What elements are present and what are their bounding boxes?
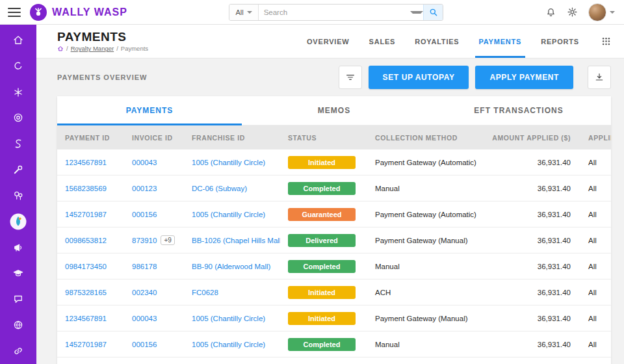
invoice-id-link[interactable]: 986178 (132, 263, 157, 270)
nav-tab-payments[interactable]: PAYMENTS (479, 25, 522, 58)
table-row[interactable]: 9875328165 002340 FC0628 Initiated ACH 3… (57, 280, 611, 306)
wasp-logo[interactable] (30, 4, 47, 21)
table-row[interactable]: 1234567891 000043 1005 (Chantilly Circle… (57, 306, 611, 332)
payment-id-link[interactable]: 1234567891 (65, 315, 107, 322)
status-badge: Guaranteed (288, 208, 356, 221)
franchise-id-link[interactable]: DC-06 (Subway) (192, 185, 247, 192)
nav-tab-reports[interactable]: REPORTS (541, 25, 579, 58)
grid-icon (601, 36, 611, 46)
sidebar-item-messages[interactable] (5, 286, 31, 312)
sidebar-item-sales[interactable] (5, 53, 31, 79)
sidebar-item-home[interactable] (5, 27, 31, 53)
payments-card: PAYMENTS MEMOS EFT TRANSACTIONS PAYMENT … (57, 96, 611, 364)
sidebar-item-settings[interactable] (5, 79, 31, 105)
tab-payments[interactable]: PAYMENTS (57, 96, 242, 125)
franchise-id-link[interactable]: 1005 (Chantilly Circle) (192, 211, 265, 218)
payment-id-link[interactable]: 1234567891 (65, 159, 107, 166)
avatar (588, 3, 606, 21)
col-applied[interactable]: APPLIED (580, 134, 611, 142)
table-header: PAYMENT ID INVOICE ID FRANCHISE ID STATU… (57, 125, 611, 150)
col-invoice-id[interactable]: INVOICE ID (124, 134, 184, 142)
tab-eft-transactions[interactable]: EFT TRANSACTIONS (426, 96, 611, 125)
search-button[interactable] (423, 5, 443, 20)
nav-tab-royalties[interactable]: ROYALTIES (415, 25, 459, 58)
col-payment-id[interactable]: PAYMENT ID (57, 134, 124, 142)
sidebar-item-training[interactable] (5, 261, 31, 287)
franchise-id-link[interactable]: BB-1026 (Chapel Hills Mall) (192, 237, 280, 244)
payment-id-link[interactable]: 1568238569 (65, 185, 107, 192)
nav-tab-overview[interactable]: OVERVIEW (307, 25, 350, 58)
search-input[interactable] (259, 8, 411, 16)
table-row[interactable]: 1234567891 000043 1005 (Chantilly Circle… (57, 150, 611, 176)
user-menu-caret-icon (610, 11, 615, 14)
setup-autopay-button[interactable]: SET UP AUTOPAY (369, 66, 469, 89)
sidebar-item-links[interactable] (5, 338, 31, 364)
table-row[interactable]: 1452701987 000156 1005 (Chantilly Circle… (57, 332, 611, 358)
sidebar-item-tools[interactable] (5, 157, 31, 183)
payment-id-link[interactable]: 9875328165 (65, 289, 107, 296)
payment-id-link[interactable]: 0984173450 (65, 263, 107, 270)
table-row[interactable]: 1452701987 000156 1005 (Chantilly Circle… (57, 202, 611, 228)
invoice-id-link[interactable]: 000123 (132, 185, 157, 192)
table-row[interactable]: 1568238569 000123 DC-06 (Subway) Complet… (57, 176, 611, 202)
filter-button[interactable] (339, 66, 362, 89)
table-row[interactable]: 0984173450 986178 BB-90 (Alderwood Mall)… (57, 254, 611, 280)
invoice-id-link[interactable]: 000043 (132, 159, 157, 166)
franchise-id-link[interactable]: 1005 (Chantilly Circle) (192, 341, 265, 348)
apps-grid-button[interactable] (601, 36, 611, 46)
collection-method: ACH (367, 289, 480, 296)
franchise-id-link[interactable]: FC0628 (192, 289, 218, 296)
notifications-button[interactable] (545, 6, 556, 18)
home-icon (12, 34, 24, 46)
link-icon (12, 345, 24, 357)
table-row[interactable]: 0098653812 873910+9 BB-1026 (Chapel Hill… (57, 228, 611, 254)
search-icon (429, 8, 438, 17)
franchise-id-link[interactable]: 1005 (Chantilly Circle) (192, 315, 265, 322)
applied-value: All (580, 237, 611, 244)
nav-tab-sales[interactable]: SALES (369, 25, 396, 58)
col-status[interactable]: STATUS (280, 134, 367, 142)
sidebar-item-balloons[interactable] (5, 183, 31, 209)
amount-applied: 36,931.40 (480, 289, 580, 296)
sidebar-item-announcements[interactable] (5, 235, 31, 261)
invoice-id-link[interactable]: 002340 (132, 289, 157, 296)
invoice-id-link[interactable]: 873910 (132, 237, 157, 244)
ribbon-icon (12, 138, 24, 150)
col-franchise-id[interactable]: FRANCHISE ID (184, 134, 280, 142)
globe-icon (12, 319, 24, 331)
app-root: WALLY WASP All (0, 0, 624, 364)
brand-name: WALLY WASP (52, 6, 127, 18)
payment-id-link[interactable]: 0098653812 (65, 237, 107, 244)
franchise-id-link[interactable]: BB-90 (Alderwood Mall) (192, 263, 270, 270)
collection-method: Payment Gateway (Manual) (367, 237, 480, 244)
invoice-id-link[interactable]: 000156 (132, 211, 157, 218)
franchise-id-link[interactable]: 1005 (Chantilly Circle) (192, 159, 265, 166)
col-amount-applied[interactable]: AMOUNT APPLIED ($) (480, 134, 580, 142)
hamburger-menu-icon[interactable] (8, 8, 21, 17)
tab-memos[interactable]: MEMOS (242, 96, 426, 125)
sidebar-item-web[interactable] (5, 312, 31, 338)
payment-id-link[interactable]: 1452701987 (65, 341, 107, 348)
filter-icon (345, 72, 356, 83)
chat-icon (12, 293, 24, 305)
apply-payment-button[interactable]: APPLY PAYMENT (475, 66, 573, 89)
amount-applied: 36,931.40 (480, 185, 580, 192)
download-button[interactable] (588, 66, 611, 89)
status-badge: Initiated (288, 312, 356, 325)
invoice-extra-badge[interactable]: +9 (161, 235, 174, 245)
table-body: 1234567891 000043 1005 (Chantilly Circle… (57, 150, 611, 358)
amount-applied: 36,931.40 (480, 263, 580, 270)
breadcrumb-root-link[interactable]: Royalty Manger (71, 45, 114, 52)
sidebar-item-royalty-manager[interactable] (5, 209, 31, 235)
payment-id-link[interactable]: 1452701987 (65, 211, 107, 218)
col-collection-method[interactable]: COLLECTION METHOD (367, 134, 480, 142)
toolbar-actions: SET UP AUTOPAY APPLY PAYMENT (339, 66, 611, 89)
settings-button[interactable] (567, 6, 578, 18)
sidebar-item-ribbon[interactable] (5, 131, 31, 157)
user-menu[interactable] (588, 3, 615, 21)
search-scope-select[interactable]: All (229, 5, 258, 20)
invoice-id-link[interactable]: 000043 (132, 315, 157, 322)
search-dropdown-caret-icon[interactable] (410, 11, 423, 14)
invoice-id-link[interactable]: 000156 (132, 341, 157, 348)
sidebar-item-target[interactable] (5, 105, 31, 131)
